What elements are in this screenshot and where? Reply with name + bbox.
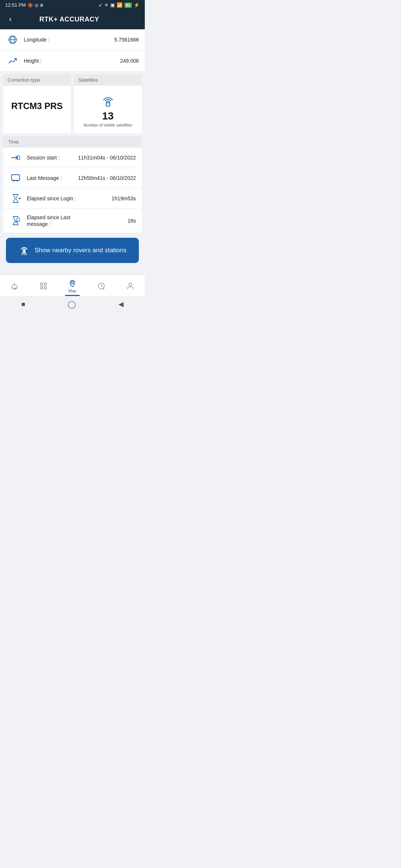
grid-icon	[39, 282, 48, 290]
elapsed-login-value: 1h19m53s	[112, 195, 136, 201]
nav-item-grid[interactable]	[35, 280, 52, 292]
page-title: RTK+ ACCURACY	[19, 16, 120, 23]
status-right: ➶ ✳ ▣ 📶 91 ⚡	[98, 2, 140, 8]
status-bar: 12:51 PM 🔕 ◎ ⊕ ➶ ✳ ▣ 📶 91 ⚡	[0, 0, 145, 9]
elapsed-login-label: Elapsed since Login :	[27, 195, 112, 201]
nav-item-clock[interactable]	[92, 280, 110, 292]
longitude-icon	[6, 34, 19, 45]
battery-indicator: 91	[124, 3, 132, 8]
status-left: 12:51 PM 🔕 ◎ ⊕	[5, 2, 43, 8]
correction-type-header: Correction type	[3, 74, 71, 86]
satellites-panel: Satellites 13 Number of visible satellit…	[74, 74, 142, 133]
correction-type-panel: Correction type RTCM3 PRS	[3, 74, 71, 133]
two-col-section: Correction type RTCM3 PRS Satellites 13 …	[3, 74, 142, 133]
longitude-label: Longitude :	[24, 37, 114, 43]
map-nav-label: Map	[68, 289, 76, 293]
nav-item-user[interactable]	[121, 280, 139, 292]
session-start-value: 11h31m04s - 06/10/2022	[78, 155, 136, 161]
show-nearby-button[interactable]: Show nearby rovers and stations	[6, 238, 139, 263]
nearby-label: Show nearby rovers and stations	[35, 247, 127, 254]
svg-point-20	[71, 282, 74, 284]
back-button-android[interactable]: ◀	[118, 300, 124, 308]
svg-rect-16	[40, 283, 43, 285]
satellite-label: Number of visible satellites	[84, 123, 132, 127]
nav-icon: ➶	[98, 2, 102, 8]
height-value: 249.006	[120, 58, 139, 64]
home-button[interactable]: ◯	[68, 300, 76, 309]
wifi-icon: 📶	[117, 2, 123, 8]
session-start-icon	[9, 153, 22, 162]
mute-icon: 🔕	[27, 3, 33, 8]
svg-rect-3	[106, 103, 110, 106]
elapsed-message-value: 16s	[127, 218, 136, 224]
satellites-body: 13 Number of visible satellites	[74, 86, 142, 133]
coordinates-card: Longitude : 5.7561666 Height : 249.006	[0, 29, 145, 71]
bottom-nav: Map	[0, 274, 145, 296]
sim-icon: ▣	[110, 2, 115, 8]
back-button[interactable]: ‹	[6, 13, 14, 26]
longitude-row: Longitude : 5.7561666	[0, 29, 145, 50]
last-message-icon	[9, 173, 22, 183]
height-row: Height : 249.006	[0, 50, 145, 71]
charging-icon: ⚡	[134, 2, 140, 8]
satellites-header: Satellites	[74, 74, 142, 86]
bell-icon	[10, 282, 19, 290]
elapsed-message-icon	[9, 216, 22, 226]
svg-rect-17	[44, 283, 46, 285]
height-label: Height :	[24, 58, 120, 64]
toolbar: ‹ RTK+ ACCURACY	[0, 9, 145, 29]
elapsed-login-icon	[9, 194, 22, 203]
session-start-row: Session start : 11h31m04s - 06/10/2022	[3, 148, 142, 168]
svg-point-22	[129, 283, 132, 286]
location-icon: ◎	[35, 3, 38, 8]
correction-type-body: RTCM3 PRS	[3, 86, 71, 126]
longitude-value: 5.7561666	[114, 37, 139, 43]
clock-icon	[97, 282, 106, 290]
svg-rect-18	[40, 287, 43, 289]
stop-button[interactable]: ■	[21, 300, 25, 308]
circle-icon: ⊕	[40, 3, 43, 8]
map-pin-icon	[68, 279, 77, 288]
content-area: Longitude : 5.7561666 Height : 249.006 C…	[0, 29, 145, 274]
correction-value: RTCM3 PRS	[11, 101, 63, 111]
time: 12:51 PM	[5, 2, 26, 8]
nav-item-bell[interactable]	[6, 280, 23, 292]
elapsed-message-row: Elapsed since Lastmessage : 16s	[3, 209, 142, 233]
satellite-count: 13	[102, 110, 114, 122]
last-message-value: 12h50m41s - 06/10/2022	[78, 175, 136, 181]
nearby-icon	[18, 244, 30, 256]
elapsed-message-label: Elapsed since Lastmessage :	[27, 214, 127, 227]
satellite-icon	[100, 92, 116, 108]
session-start-label: Session start :	[27, 155, 78, 161]
height-icon	[6, 56, 19, 66]
svg-rect-6	[12, 175, 20, 180]
svg-rect-19	[44, 287, 46, 289]
time-section: Time Session start : 11h31m04s - 06/10/2…	[3, 136, 142, 233]
last-message-label: Last Message :	[27, 175, 78, 181]
android-nav: ■ ◯ ◀	[0, 296, 145, 312]
time-header: Time	[3, 136, 142, 148]
elapsed-login-row: Elapsed since Login : 1h19m53s	[3, 188, 142, 209]
user-icon	[126, 282, 135, 290]
last-message-row: Last Message : 12h50m41s - 06/10/2022	[3, 168, 142, 188]
bluetooth-icon: ✳	[104, 2, 108, 8]
nav-item-map[interactable]: Map	[63, 277, 81, 295]
